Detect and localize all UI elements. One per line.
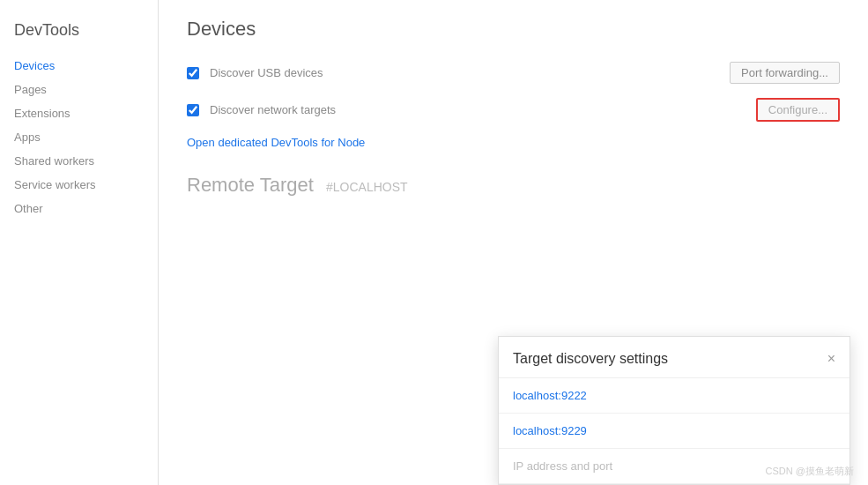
sidebar-item-pages[interactable]: Pages — [0, 78, 158, 101]
sidebar-item-extensions[interactable]: Extensions — [0, 101, 158, 125]
node-link-container: Open dedicated DevTools for Node — [187, 136, 840, 174]
configure-button[interactable]: Configure... — [756, 98, 840, 122]
network-section: Discover network targets Configure... — [187, 98, 840, 122]
modal-input-placeholder[interactable]: IP address and port — [513, 459, 612, 473]
discover-network-label: Discover network targets — [210, 103, 746, 116]
target-discovery-dialog: Target discovery settings × localhost:92… — [498, 336, 850, 485]
sidebar-item-devices[interactable]: Devices — [0, 54, 158, 78]
discover-usb-row: Discover USB devices Port forwarding... — [187, 62, 840, 84]
remote-target-heading: Remote Target #LOCALHOST — [187, 174, 840, 197]
sidebar-item-other[interactable]: Other — [0, 197, 158, 220]
sidebar: DevTools Devices Pages Extensions Apps S… — [0, 0, 159, 485]
modal-entry-0[interactable]: localhost:9222 — [499, 378, 849, 414]
sidebar-item-shared-workers[interactable]: Shared workers — [0, 149, 158, 173]
page-title: Devices — [187, 18, 840, 41]
modal-entry-1[interactable]: localhost:9229 — [499, 414, 849, 449]
discover-usb-checkbox[interactable] — [187, 67, 199, 79]
modal-close-button[interactable]: × — [827, 352, 835, 366]
watermark: CSDN @摸鱼老萌新 — [766, 465, 854, 478]
sidebar-item-service-workers[interactable]: Service workers — [0, 173, 158, 197]
discover-network-checkbox[interactable] — [187, 104, 199, 116]
usb-section: Discover USB devices Port forwarding... — [187, 62, 840, 84]
app-title: DevTools — [0, 14, 158, 54]
modal-title: Target discovery settings — [513, 351, 668, 367]
port-forwarding-button[interactable]: Port forwarding... — [730, 62, 840, 84]
sidebar-item-apps[interactable]: Apps — [0, 125, 158, 149]
discover-network-row: Discover network targets Configure... — [187, 98, 840, 122]
modal-header: Target discovery settings × — [499, 337, 849, 378]
discover-usb-label: Discover USB devices — [210, 66, 719, 79]
open-node-link[interactable]: Open dedicated DevTools for Node — [187, 136, 365, 149]
main-content: Devices Discover USB devices Port forwar… — [159, 0, 868, 485]
